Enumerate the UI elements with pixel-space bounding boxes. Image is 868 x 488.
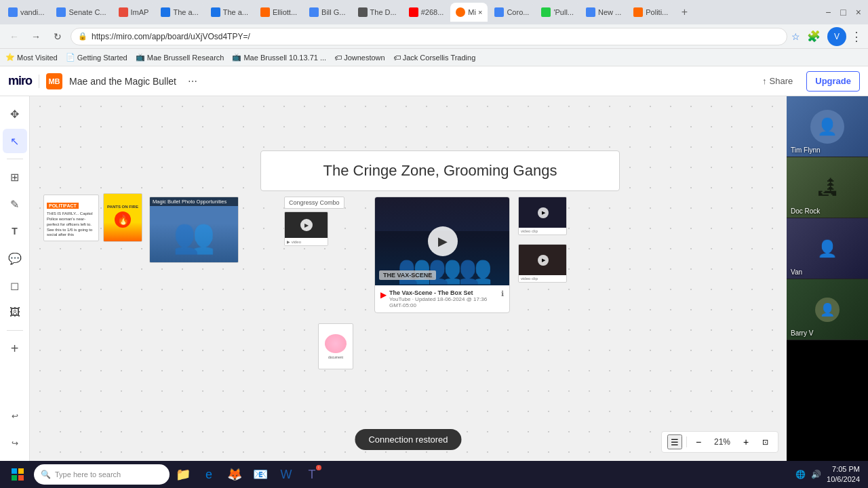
tab-item[interactable]: The a... — [155, 3, 203, 22]
magic-bullet-photo[interactable]: Magic Bullet Photo Opportunities 👥 — [149, 197, 239, 263]
tool-shapes[interactable]: ◻ — [3, 273, 27, 298]
share-icon: ↑ — [762, 76, 767, 86]
taskbar-edge[interactable]: e — [197, 462, 221, 487]
pf-logo: POLITIFACT — [47, 203, 79, 209]
video-info-icon[interactable]: ℹ — [501, 289, 504, 298]
extensions-button[interactable]: 🧩 — [804, 27, 823, 46]
lock-icon: 🔒 — [78, 32, 87, 41]
bookmark-jownestown[interactable]: 🏷 Jownestown — [334, 54, 385, 62]
taskbar-search[interactable]: 🔍 Type here to search — [34, 464, 170, 485]
new-tab-button[interactable]: + — [675, 3, 694, 22]
tab-item[interactable]: #268... — [403, 3, 450, 22]
left-sidebar: ✥ ↖ ⊞ ✎ T 💬 ◻ 🖼 + ↩ ↪ — [0, 96, 30, 461]
zoom-out-button[interactable]: − — [691, 434, 706, 449]
map-view-button[interactable]: ☰ — [667, 434, 682, 449]
taskbar-time-text: 7:05 PM — [827, 464, 860, 474]
upgrade-button[interactable]: Upgrade — [806, 71, 860, 92]
tab-item[interactable]: Bill G... — [304, 3, 351, 22]
start-button[interactable] — [3, 462, 33, 487]
connection-toast: Connection restored — [355, 429, 461, 450]
small-embed-video[interactable]: ▶ ▶ video — [284, 211, 328, 246]
minimize-button[interactable]: − — [821, 7, 835, 18]
tab-item[interactable]: Elliott... — [255, 3, 302, 22]
board-options-button[interactable]: ⋯ — [183, 72, 202, 91]
app-content: miro MB Mae and the Magic Bullet ⋯ ↑ Sha… — [0, 66, 868, 461]
tab-item[interactable]: Senate C... — [51, 3, 111, 22]
pf-sticker[interactable]: PANTS ON FIRE 🔥 — [103, 193, 142, 242]
back-button[interactable]: ← — [5, 28, 23, 45]
title-board-item[interactable]: The Cringe Zone, Grooming Gangs — [260, 150, 620, 191]
zoom-in-button[interactable]: + — [738, 434, 753, 449]
tab-item[interactable]: vandi... — [3, 3, 50, 22]
main-video-card[interactable]: 👥👥👥 ▶ THE VAX-SCENE ▶ The Vax-Scene - Th… — [374, 197, 510, 313]
small-video-1[interactable]: ▶ video clip — [518, 197, 567, 235]
bookmark-mae-10[interactable]: 📺 Mae Brussell 10.13.71 ... — [232, 53, 326, 62]
tool-comment[interactable]: 💬 — [3, 246, 27, 270]
tab-item[interactable]: Politi... — [628, 3, 673, 22]
taskbar-file-explorer[interactable]: 📁 — [171, 462, 195, 487]
tool-redo[interactable]: ↪ — [3, 431, 27, 455]
miro-logo: miro — [8, 74, 32, 88]
taskbar-outlook[interactable]: 📧 — [248, 462, 273, 487]
bookmark-getting-started[interactable]: 📄 Getting Started — [66, 53, 127, 62]
taskbar-teams[interactable]: T ! — [300, 462, 324, 487]
small-document[interactable]: document — [318, 323, 353, 369]
bookmark-mae-brussell[interactable]: 📺 Mae Brussell Research — [136, 53, 224, 62]
sidebar-divider — [7, 159, 23, 159]
fit-to-screen-button[interactable]: ⊡ — [757, 434, 772, 449]
systray: 🌐 🔊 7:05 PM 10/6/2024 — [790, 464, 865, 485]
main-play-button[interactable]: ▶ — [428, 226, 458, 256]
small-video-meta-1: video clip — [519, 228, 566, 235]
tab-item[interactable]: The a... — [205, 3, 254, 22]
share-button[interactable]: ↑ Share — [755, 71, 800, 92]
bookmark-icon: 📺 — [136, 53, 145, 62]
url-bar[interactable]: 🔒 https://miro.com/app/board/uXjVOsd4TPY… — [71, 28, 787, 45]
tool-select[interactable]: ↖ — [3, 129, 27, 153]
restore-button[interactable]: □ — [836, 7, 850, 18]
tool-media[interactable]: 🖼 — [3, 300, 27, 325]
small-play-2[interactable]: ▶ — [538, 255, 549, 266]
main-video-thumbnail: 👥👥👥 ▶ THE VAX-SCENE — [375, 197, 510, 285]
participant-barry-v: 👤 Barry V — [787, 279, 868, 340]
small-play-1[interactable]: ▶ — [538, 207, 549, 218]
tab-item-active[interactable]: Mi × — [450, 3, 488, 22]
small-play-button[interactable]: ▶ — [300, 219, 313, 231]
bookmark-jack[interactable]: 🏷 Jack Corsellis Trading — [393, 54, 476, 62]
tab-item[interactable]: The D... — [353, 3, 402, 22]
tool-move[interactable]: ✥ — [3, 102, 27, 126]
canvas[interactable]: The Cringe Zone, Grooming Gangs POLITIFA… — [30, 96, 787, 461]
video-overlay-text: THE VAX-SCENE — [379, 270, 436, 280]
notification-badge: ! — [316, 465, 321, 470]
tool-add[interactable]: + — [3, 336, 27, 361]
nav-bar: ← → ↻ 🔒 https://miro.com/app/board/uXjVO… — [0, 24, 868, 49]
tab-item[interactable]: Coro... — [489, 3, 534, 22]
tab-item[interactable]: New ... — [580, 3, 627, 22]
svg-rect-3 — [18, 475, 24, 481]
small-video-thumb-1: ▶ — [519, 197, 567, 228]
bookmark-star-icon[interactable]: ☆ — [791, 31, 800, 42]
taskbar: 🔍 Type here to search 📁 e 🦊 📧 W T ! 🌐 🔊 … — [0, 461, 868, 488]
url-text: https://miro.com/app/board/uXjVOsd4TPY=/ — [92, 32, 780, 41]
small-video-2[interactable]: ▶ video clip — [518, 244, 567, 283]
forward-button[interactable]: → — [27, 28, 45, 45]
svg-rect-0 — [12, 468, 17, 474]
reload-button[interactable]: ↻ — [49, 28, 66, 45]
bookmark-most-visited[interactable]: ⭐ Most Visited — [5, 53, 58, 62]
svg-rect-2 — [12, 475, 17, 481]
taskbar-firefox[interactable]: 🦊 — [222, 462, 247, 487]
bottom-controls: ☰ − 21% + ⊡ — [661, 431, 778, 453]
menu-button[interactable]: ⋮ — [850, 29, 863, 44]
tool-text[interactable]: T — [3, 219, 27, 243]
tool-undo[interactable]: ↩ — [3, 404, 27, 428]
profile-button[interactable]: V — [827, 27, 846, 46]
tool-draw[interactable]: ✎ — [3, 192, 27, 216]
tab-item[interactable]: 'Pull... — [536, 3, 579, 22]
politifact-card[interactable]: POLITIFACT THIS IS FAIRLY... Capitol Pol… — [43, 195, 99, 241]
bookmark-icon: 🏷 — [334, 54, 342, 62]
taskbar-word[interactable]: W — [274, 462, 298, 487]
tool-frames[interactable]: ⊞ — [3, 165, 27, 189]
congressy-card[interactable]: Congressy Combo ▶ ▶ video — [284, 197, 344, 246]
close-button[interactable]: × — [852, 7, 865, 18]
bookmark-icon: 📄 — [66, 53, 75, 62]
tab-item[interactable]: ImAP — [113, 3, 155, 22]
